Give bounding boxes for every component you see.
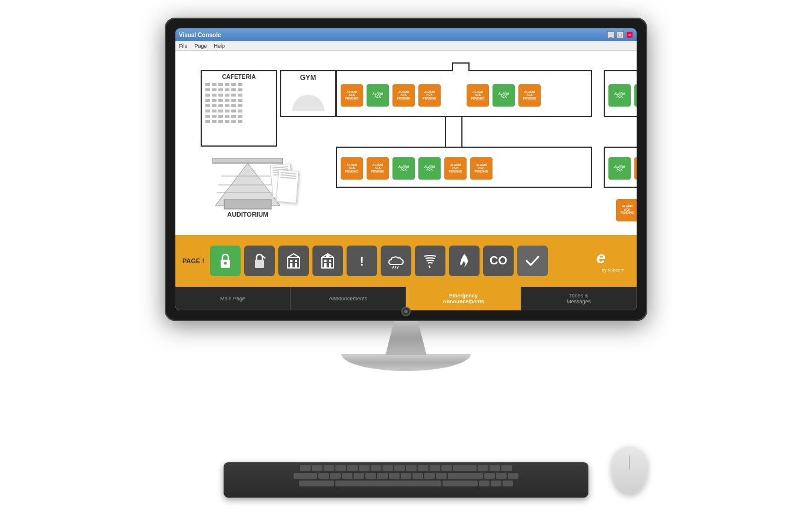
room-gym: GYM <box>280 70 336 117</box>
alarm-btn-r1[interactable]: ALARMACK <box>608 84 631 107</box>
alarm-btn-6[interactable]: ALARMACK <box>492 84 515 107</box>
alarm-btn-br2[interactable]: ALARMACKPENDING <box>634 157 637 180</box>
window-title: Visual Console <box>179 32 221 38</box>
svg-line-21 <box>392 266 394 269</box>
menu-page[interactable]: Page <box>195 43 207 49</box>
menu-bar: File Page Help <box>175 41 637 51</box>
monitor: Visual Console _ □ × File Page Help <box>165 18 647 371</box>
monitor-outer: Visual Console _ □ × File Page Help <box>165 18 647 321</box>
svg-rect-11 <box>295 263 297 268</box>
tab-tones[interactable]: Tones &Messages <box>521 287 637 310</box>
alert-icon: ! <box>352 251 371 270</box>
fire-drill-button[interactable] <box>278 246 309 276</box>
co-button[interactable]: co <box>483 246 514 276</box>
lockout-icon <box>250 251 269 270</box>
key <box>412 473 423 479</box>
svg-line-8 <box>263 256 265 259</box>
key <box>294 473 317 479</box>
alarm-btn-7[interactable]: ALARMACKPENDING <box>518 84 541 107</box>
svg-rect-9 <box>288 257 299 268</box>
key <box>453 465 477 471</box>
svg-rect-12 <box>290 260 292 262</box>
key <box>335 465 346 471</box>
svg-rect-16 <box>329 263 331 268</box>
power-button[interactable] <box>401 307 411 316</box>
key <box>365 473 376 479</box>
evc-logo: e VC by telecom <box>597 249 630 273</box>
alarm-btn-br1[interactable]: ALARMACK <box>608 157 631 180</box>
svg-line-22 <box>395 266 396 269</box>
alarm-btn-5[interactable]: ALARMACKPENDING <box>467 84 489 107</box>
tab-emergency[interactable]: EmergencyAnnouncements <box>406 287 521 310</box>
evc-logo-sub: by telecom <box>601 267 624 273</box>
key <box>430 465 440 471</box>
fire-icon <box>455 251 474 270</box>
key <box>448 473 483 479</box>
key <box>394 465 405 471</box>
svg-rect-15 <box>324 263 327 268</box>
bottom-toolbar: PAGE ! <box>175 235 637 287</box>
app-content: CAFETERIA <box>175 51 637 310</box>
keyboard <box>224 462 588 498</box>
lockout-button[interactable] <box>244 246 275 276</box>
floor-map: CAFETERIA <box>180 55 632 230</box>
alarm-btn-b6[interactable]: ALARMACKPENDING <box>470 157 492 180</box>
weather-button[interactable] <box>381 246 411 276</box>
key <box>479 481 490 486</box>
maximize-button[interactable]: □ <box>617 31 624 38</box>
key <box>359 465 370 471</box>
key <box>491 481 501 486</box>
corridor-bump <box>452 62 470 71</box>
svg-point-19 <box>326 254 330 258</box>
alarm-btn-frb[interactable]: ALARMACKPENDING <box>616 199 637 221</box>
monitor-bezel: Visual Console _ □ × File Page Help <box>175 28 637 310</box>
key <box>441 465 452 471</box>
key <box>312 465 322 471</box>
menu-file[interactable]: File <box>179 43 188 49</box>
app-window: Visual Console _ □ × File Page Help <box>175 28 637 310</box>
intruder-button[interactable] <box>312 246 343 276</box>
check-button[interactable] <box>517 246 548 276</box>
svg-text:!: ! <box>360 254 364 269</box>
mouse[interactable] <box>612 446 647 493</box>
svg-rect-1 <box>224 200 271 209</box>
alarm-btn-3[interactable]: ALARMACKPENDING <box>392 84 415 107</box>
building-icon <box>284 251 303 270</box>
alarm-btn-b4[interactable]: ALARMACK <box>418 157 441 180</box>
alarm-btn-b1[interactable]: ALARMACKPENDING <box>341 157 363 180</box>
key <box>424 473 435 479</box>
window-chrome: Visual Console _ □ × <box>175 28 637 41</box>
minimize-button[interactable]: _ <box>607 31 614 38</box>
key <box>501 465 512 471</box>
evc-logo-e: e <box>597 249 606 267</box>
tab-main-page[interactable]: Main Page <box>175 287 291 310</box>
svg-rect-10 <box>290 263 292 268</box>
spacebar-key[interactable] <box>335 481 441 486</box>
alarm-btn-b5[interactable]: ALARMACKPENDING <box>444 157 467 180</box>
tab-announcements[interactable]: Announcements <box>291 287 406 310</box>
key <box>490 465 500 471</box>
alarm-btn-4[interactable]: ALARMACKPENDING <box>418 84 441 107</box>
key <box>354 473 364 479</box>
check-icon <box>523 251 542 270</box>
key <box>299 481 334 486</box>
lock-icon <box>216 251 235 270</box>
tornado-button[interactable] <box>415 246 445 276</box>
cafeteria-label: CAFETERIA <box>202 74 276 80</box>
alarm-btn-2[interactable]: ALARMACK <box>367 84 389 107</box>
alarm-btn-1[interactable]: ALARMACKPENDING <box>341 84 363 107</box>
alert-button[interactable]: ! <box>347 246 377 276</box>
key <box>300 465 311 471</box>
alarm-btn-b2[interactable]: ALARMACKPENDING <box>367 157 389 180</box>
close-button[interactable]: × <box>626 31 633 38</box>
alarm-btn-r2[interactable]: ALARMACK <box>634 84 637 107</box>
alarm-btn-b3[interactable]: ALARMACK <box>392 157 415 180</box>
menu-help[interactable]: Help <box>214 43 225 49</box>
co-label: co <box>490 254 507 267</box>
svg-rect-17 <box>324 260 327 262</box>
lockdown-button[interactable] <box>210 246 241 276</box>
fire-button[interactable] <box>449 246 480 276</box>
room-top-right: ALARMACKPENDING ALARMACK ALARMACK ALARMA… <box>604 70 637 117</box>
key <box>496 473 507 479</box>
svg-rect-14 <box>322 257 334 268</box>
